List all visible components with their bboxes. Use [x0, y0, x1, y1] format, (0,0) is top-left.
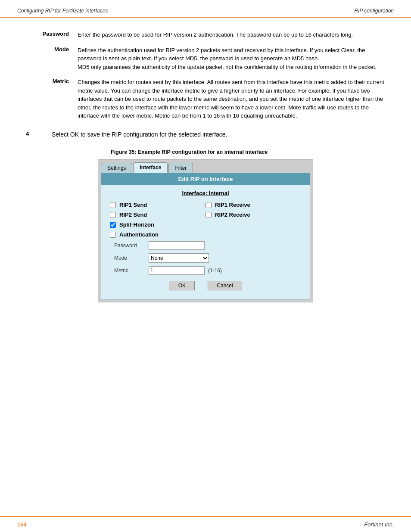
- main-content: Password Enter the password to be used f…: [0, 18, 411, 320]
- rip1-send-col: RIP1 Send: [110, 202, 206, 208]
- metric-row: Metric (1-16): [110, 266, 301, 275]
- rip2-send-checkbox[interactable]: [110, 212, 116, 218]
- desc-password: Enter the password to be used for RIP ve…: [78, 31, 385, 39]
- rip1-receive-checkbox[interactable]: [206, 202, 212, 208]
- rip2-receive-label: RIP2 Receive: [215, 212, 250, 218]
- rip1-row: RIP1 Send RIP1 Receive: [110, 202, 301, 208]
- def-metric: Metric Changes the metric for routes sen…: [26, 78, 385, 120]
- header-left: Configuring RIP for FortiGate interfaces: [17, 8, 108, 14]
- mode-row: Mode None Clear MD5: [110, 253, 301, 263]
- header-right: RIP configuration: [354, 8, 394, 14]
- tab-interface[interactable]: Interface: [133, 162, 168, 173]
- desc-mode: Defines the authentication used for RIP …: [78, 46, 385, 72]
- rip1-send-label: RIP1 Send: [119, 202, 147, 208]
- dialog-title: Edit RIP on Interface: [101, 173, 310, 185]
- figure-35: Figure 35: Example RIP configuration for…: [98, 149, 313, 302]
- split-horizon-checkbox[interactable]: [110, 222, 116, 228]
- dialog-buttons: OK Cancel: [110, 281, 301, 290]
- tab-filter[interactable]: Filter: [168, 163, 193, 173]
- def-mode: Mode Defines the authentication used for…: [26, 46, 385, 72]
- password-field-label: Password: [114, 243, 149, 249]
- password-input[interactable]: [149, 241, 205, 250]
- rip2-row: RIP2 Send RIP2 Receive: [110, 212, 301, 218]
- cancel-button[interactable]: Cancel: [208, 281, 242, 290]
- rip1-send-checkbox[interactable]: [110, 202, 116, 208]
- desc-metric: Changes the metric for routes sent by th…: [78, 78, 385, 120]
- term-mode: Mode: [26, 46, 78, 53]
- page-number: 164: [17, 521, 27, 528]
- rip2-send-label: RIP2 Send: [119, 212, 147, 218]
- metric-field-label: Metric: [114, 268, 149, 274]
- password-row: Password: [110, 241, 301, 250]
- dialog-inner: Edit RIP on Interface Interface: interna…: [101, 173, 310, 299]
- page-header: Configuring RIP for FortiGate interfaces…: [0, 0, 411, 18]
- rip2-receive-col: RIP2 Receive: [206, 212, 301, 218]
- step-text: Select OK to save the RIP configuration …: [52, 131, 227, 139]
- dialog-body: Interface: internal RIP1 Send RIP1 Recei…: [101, 185, 310, 299]
- definition-list: Password Enter the password to be used f…: [26, 31, 385, 120]
- split-horizon-label: Split-Horizon: [119, 221, 171, 228]
- term-password: Password: [26, 31, 78, 37]
- authentication-row: Authentication: [110, 231, 301, 238]
- authentication-checkbox[interactable]: [110, 232, 116, 238]
- metric-range: (1-16): [208, 268, 222, 274]
- rip2-receive-checkbox[interactable]: [206, 212, 212, 218]
- def-password: Password Enter the password to be used f…: [26, 31, 385, 39]
- authentication-label: Authentication: [119, 231, 171, 238]
- term-metric: Metric: [26, 78, 78, 84]
- split-horizon-row: Split-Horizon: [110, 221, 301, 228]
- metric-input[interactable]: [149, 266, 205, 275]
- rip2-send-col: RIP2 Send: [110, 212, 206, 218]
- ok-button[interactable]: OK: [169, 281, 195, 290]
- dialog-container: Settings Interface Filter Edit RIP on In…: [98, 159, 313, 302]
- interface-label: Interface: internal: [110, 190, 301, 196]
- page-footer: 164 Fortinet Inc.: [0, 516, 411, 532]
- rip1-receive-col: RIP1 Receive: [206, 202, 301, 208]
- company-name: Fortinet Inc.: [364, 521, 394, 528]
- tab-settings[interactable]: Settings: [101, 163, 132, 173]
- rip1-receive-label: RIP1 Receive: [215, 202, 250, 208]
- mode-select[interactable]: None Clear MD5: [149, 253, 209, 263]
- step-number: 4: [26, 131, 52, 137]
- figure-caption: Figure 35: Example RIP configuration for…: [98, 149, 313, 155]
- step-4: 4 Select OK to save the RIP configuratio…: [26, 131, 385, 139]
- mode-field-label: Mode: [114, 255, 149, 261]
